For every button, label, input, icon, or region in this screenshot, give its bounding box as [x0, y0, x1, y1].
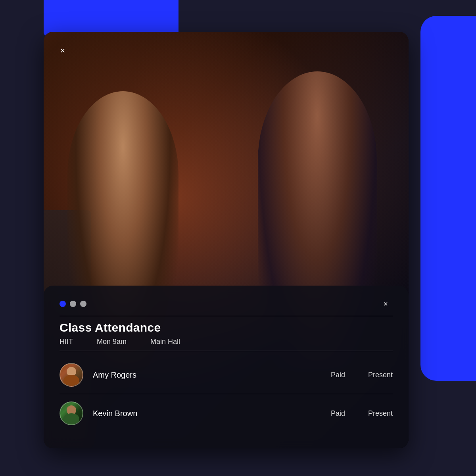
dot-1[interactable]	[60, 301, 66, 307]
class-type: HIIT	[60, 338, 73, 346]
avatar-amy	[60, 363, 83, 387]
header-divider	[60, 316, 393, 316]
attendance-panel: × Class Attendance HIIT Mon 9am Main Hal…	[44, 286, 409, 448]
attendance-status-kevin: Present	[361, 409, 393, 418]
blue-accent-right	[420, 16, 476, 381]
attendee-row: Kevin Brown Paid Present	[60, 394, 393, 432]
attendance-status-amy: Present	[361, 371, 393, 379]
attendee-status-amy: Paid Present	[331, 371, 393, 379]
attendee-row: Amy Rogers Paid Present	[60, 356, 393, 394]
panel-header: ×	[60, 286, 393, 311]
dots-indicator	[60, 301, 86, 307]
class-time: Mon 9am	[97, 338, 127, 346]
class-meta: HIIT Mon 9am Main Hall	[60, 338, 393, 346]
payment-status-amy: Paid	[331, 371, 345, 379]
class-title: Class Attendance	[60, 321, 393, 334]
attendee-name-amy: Amy Rogers	[93, 370, 331, 380]
close-icon-top: ×	[60, 46, 65, 55]
attendee-status-kevin: Paid Present	[331, 409, 393, 418]
class-location: Main Hall	[150, 338, 180, 346]
main-card: × × Class Attendance HIIT Mon 9am Main H…	[44, 32, 409, 448]
attendee-name-kevin: Kevin Brown	[93, 409, 331, 418]
close-button-top[interactable]: ×	[56, 44, 70, 58]
dot-2[interactable]	[70, 301, 76, 307]
page-wrapper: × × Class Attendance HIIT Mon 9am Main H…	[0, 0, 476, 476]
blue-accent-top	[44, 0, 178, 36]
dot-3[interactable]	[80, 301, 86, 307]
payment-status-kevin: Paid	[331, 409, 345, 418]
meta-divider	[60, 351, 393, 351]
panel-close-button[interactable]: ×	[378, 297, 393, 311]
avatar-kevin	[60, 401, 83, 425]
